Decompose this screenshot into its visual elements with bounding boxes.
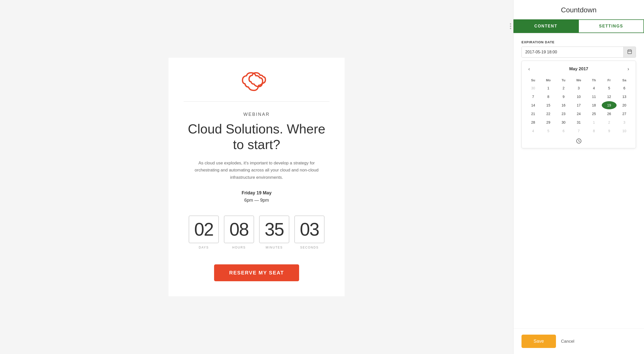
calendar-day[interactable]: 25 [587, 110, 601, 118]
minutes-value: 35 [259, 216, 289, 243]
calendar-day[interactable]: 12 [602, 93, 616, 101]
calendar-month-year: May 2017 [569, 66, 588, 72]
save-button[interactable]: Save [521, 335, 556, 348]
calendar-day[interactable]: 10 [571, 93, 586, 101]
panel-footer: Save Cancel [513, 328, 644, 354]
calendar-day[interactable]: 9 [602, 127, 616, 135]
calendar-day[interactable]: 6 [617, 84, 632, 92]
hours-label: HOURS [232, 246, 246, 249]
countdown-row: 02 DAYS 08 HOURS 35 MINUTES 03 SECONDS [189, 216, 325, 249]
calendar-grid: Su Mo Tu We Th Fr Sa 30 1 2 3 4 5 6 7 8 … [526, 77, 632, 135]
panel-title: Countdown [513, 0, 644, 19]
calendar-day[interactable]: 24 [571, 110, 586, 118]
drag-handle [508, 22, 513, 31]
calendar-day[interactable]: 23 [556, 110, 571, 118]
calendar-day[interactable]: 8 [587, 127, 601, 135]
day-header-tu: Tu [556, 77, 571, 84]
calendar-day[interactable]: 30 [526, 84, 540, 92]
calendar-prev-button[interactable]: ‹ [526, 65, 533, 73]
calendar-day[interactable]: 6 [556, 127, 571, 135]
logo-area [184, 58, 330, 102]
cancel-button[interactable]: Cancel [561, 339, 574, 344]
calendar-day[interactable]: 5 [541, 127, 555, 135]
countdown-seconds: 03 SECONDS [294, 216, 325, 249]
expiration-label: EXPIRATION DATE [521, 40, 636, 44]
drag-dot [510, 28, 511, 29]
calendar-day[interactable]: 3 [571, 84, 586, 92]
calendar-header: ‹ May 2017 › [526, 65, 632, 73]
seconds-label: SECONDS [300, 246, 318, 249]
webinar-label: WEBINAR [243, 112, 270, 117]
calendar-day[interactable]: 10 [617, 127, 632, 135]
countdown-hours: 08 HOURS [224, 216, 254, 249]
drag-dot [510, 26, 511, 27]
reserve-button[interactable]: RESERVE MY SEAT [214, 264, 299, 281]
day-header-fr: Fr [602, 77, 616, 84]
calendar-popup: ‹ May 2017 › Su Mo Tu We Th Fr Sa 30 1 2… [521, 61, 636, 148]
calendar-day[interactable]: 1 [587, 118, 601, 126]
calendar-day[interactable]: 31 [571, 118, 586, 126]
webinar-description: As cloud use explodes, it's important to… [186, 160, 327, 182]
date-input-row [521, 47, 636, 58]
svg-rect-0 [628, 50, 632, 54]
calendar-day[interactable]: 30 [556, 118, 571, 126]
day-header-mo: Mo [541, 77, 555, 84]
preview-card: WEBINAR Cloud Solutions. Where to start?… [169, 58, 345, 296]
panel-content: EXPIRATION DATE ‹ May 2017 › Su [513, 33, 644, 328]
calendar-day[interactable]: 11 [587, 93, 601, 101]
webinar-date: Friday 19 May [242, 190, 271, 196]
day-header-th: Th [587, 77, 601, 84]
calendar-day[interactable]: 7 [571, 127, 586, 135]
calendar-day[interactable]: 16 [556, 101, 571, 109]
calendar-day[interactable]: 27 [617, 110, 632, 118]
drag-dot [510, 23, 511, 25]
calendar-day[interactable]: 26 [602, 110, 616, 118]
calendar-day[interactable]: 2 [602, 118, 616, 126]
minutes-label: MINUTES [266, 246, 283, 249]
calendar-day[interactable]: 21 [526, 110, 540, 118]
calendar-day[interactable]: 22 [541, 110, 555, 118]
calendar-day-selected[interactable]: 19 [602, 101, 616, 109]
countdown-days: 02 DAYS [189, 216, 219, 249]
cloud-icon [242, 70, 272, 94]
seconds-value: 03 [294, 216, 325, 243]
calendar-day[interactable]: 4 [587, 84, 601, 92]
date-input[interactable] [522, 47, 623, 57]
calendar-day[interactable]: 3 [617, 118, 632, 126]
tab-content[interactable]: CONTENT [513, 19, 578, 33]
calendar-day[interactable]: 4 [526, 127, 540, 135]
day-header-su: Su [526, 77, 540, 84]
webinar-time: 6pm — 9pm [244, 198, 269, 203]
calendar-next-button[interactable]: › [625, 65, 632, 73]
calendar-day[interactable]: 8 [541, 93, 555, 101]
tab-row: CONTENT SETTINGS [513, 19, 644, 33]
calendar-day[interactable]: 14 [526, 101, 540, 109]
calendar-day[interactable]: 28 [526, 118, 540, 126]
right-panel: Countdown CONTENT SETTINGS EXPIRATION DA… [513, 0, 644, 354]
calendar-day[interactable]: 13 [617, 93, 632, 101]
webinar-title: Cloud Solutions. Where to start? [184, 121, 330, 153]
calendar-day[interactable]: 29 [541, 118, 555, 126]
days-label: DAYS [199, 246, 209, 249]
tab-settings[interactable]: SETTINGS [578, 19, 644, 33]
calendar-day[interactable]: 17 [571, 101, 586, 109]
hours-value: 08 [224, 216, 254, 243]
calendar-day[interactable]: 18 [587, 101, 601, 109]
preview-panel: WEBINAR Cloud Solutions. Where to start?… [0, 0, 513, 354]
days-value: 02 [189, 216, 219, 243]
countdown-minutes: 35 MINUTES [259, 216, 289, 249]
calendar-toggle-button[interactable] [623, 47, 636, 57]
day-header-we: We [571, 77, 586, 84]
time-icon[interactable] [526, 138, 632, 144]
calendar-day[interactable]: 1 [541, 84, 555, 92]
calendar-day[interactable]: 2 [556, 84, 571, 92]
calendar-day[interactable]: 7 [526, 93, 540, 101]
calendar-day[interactable]: 15 [541, 101, 555, 109]
calendar-day[interactable]: 9 [556, 93, 571, 101]
day-header-sa: Sa [617, 77, 632, 84]
calendar-day[interactable]: 20 [617, 101, 632, 109]
calendar-day[interactable]: 5 [602, 84, 616, 92]
